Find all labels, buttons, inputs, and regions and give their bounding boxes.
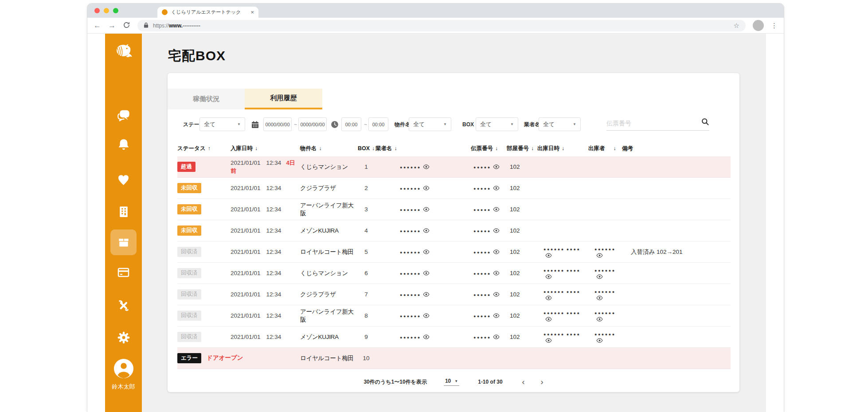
status-filter-select[interactable]: 全て▼	[199, 117, 245, 131]
user-avatar-icon[interactable]	[105, 358, 142, 379]
property-name-cell: アーバンライフ新大阪	[300, 308, 357, 324]
browser-profile-avatar[interactable]	[753, 20, 764, 31]
forward-icon[interactable]: →	[108, 22, 116, 29]
slip-masked-cell: ●●●●●	[471, 185, 507, 191]
table-row: 未回収2021/01/0112:34アーバンライフ新大阪3●●●●●●●●●●●…	[177, 199, 731, 220]
slip-number-search-input[interactable]: 伝票番号	[606, 117, 709, 131]
property-filter-select[interactable]: 全て▼	[409, 117, 451, 131]
eye-icon[interactable]	[596, 316, 603, 323]
eye-icon[interactable]	[493, 270, 500, 276]
slip-masked-cell: ●●●●●	[471, 249, 507, 255]
eye-icon[interactable]	[423, 334, 430, 340]
date-to-input[interactable]: 0000/00/00	[298, 117, 327, 131]
property-name-cell: クジラプラザ	[300, 184, 357, 192]
previous-page-icon[interactable]: ‹	[522, 378, 525, 386]
slip-masked-cell: ●●●●●	[471, 163, 507, 170]
time-to-input[interactable]: 00:00	[368, 117, 388, 131]
sidebar-item-messages-icon[interactable]	[105, 108, 142, 122]
vendor-masked-cell: ●●●●●●	[375, 312, 471, 319]
clock-icon[interactable]	[331, 117, 339, 132]
sidebar-item-delivery-box-icon[interactable]	[105, 236, 142, 249]
eye-icon[interactable]	[545, 295, 552, 301]
out-person-masked-cell: ●●●●●●	[588, 245, 622, 259]
chevron-down-icon: ▼	[237, 122, 241, 126]
eye-icon[interactable]	[545, 252, 552, 259]
status-cell: 回収済	[177, 332, 231, 342]
eye-icon[interactable]	[545, 337, 552, 344]
search-icon[interactable]	[701, 117, 709, 128]
time-from-input[interactable]: 00:00	[341, 117, 361, 131]
status-cell: 回収済	[177, 268, 231, 278]
eye-icon[interactable]	[493, 249, 500, 255]
reload-icon[interactable]	[123, 21, 130, 30]
table-row: 回収済2021/01/0112:34ロイヤルコート梅田5●●●●●●●●●●●1…	[177, 241, 731, 263]
room-number-cell: 102	[507, 185, 537, 191]
date-from-input[interactable]: 0000/00/00	[263, 117, 292, 131]
eye-icon[interactable]	[493, 206, 500, 213]
box-number-cell: 5	[357, 249, 375, 255]
page-size-select[interactable]: 10 ▼	[444, 378, 459, 386]
tab-usage-history[interactable]: 利用履歴	[245, 89, 322, 109]
eye-icon[interactable]	[596, 273, 603, 280]
eye-icon[interactable]	[423, 206, 430, 213]
eye-icon[interactable]	[493, 227, 500, 234]
sidebar-item-properties-icon[interactable]	[105, 205, 142, 219]
column-header-prop[interactable]: 物件名↓	[300, 145, 357, 152]
eye-icon[interactable]	[493, 291, 500, 298]
sidebar-item-favorites-icon[interactable]	[105, 174, 142, 187]
column-header-vendor[interactable]: 業者名↓	[375, 145, 471, 152]
eye-icon[interactable]	[493, 312, 500, 319]
eye-icon[interactable]	[423, 185, 430, 191]
eye-icon[interactable]	[423, 249, 430, 255]
time-range-tilde: ~	[364, 117, 367, 132]
browser-menu-icon[interactable]: ⋮	[771, 22, 778, 30]
eye-icon[interactable]	[423, 227, 430, 234]
column-header-room[interactable]: 部屋番号↓	[507, 145, 537, 152]
address-bar[interactable]: https://www.---------- ☆	[137, 20, 746, 31]
calendar-icon[interactable]	[251, 117, 259, 132]
sort-arrow-icon: ↓	[562, 145, 564, 152]
column-header-person[interactable]: 出庫者↓	[588, 145, 622, 152]
column-header-in[interactable]: 入庫日時↓	[231, 145, 300, 152]
eye-icon[interactable]	[423, 163, 430, 170]
eye-icon[interactable]	[493, 185, 500, 191]
eye-icon[interactable]	[423, 312, 430, 319]
sidebar-item-notifications-icon[interactable]	[105, 137, 142, 152]
site-favicon-icon	[162, 9, 168, 15]
bookmark-star-icon[interactable]: ☆	[734, 22, 739, 30]
eye-icon[interactable]	[423, 270, 430, 276]
sidebar-item-maintenance-icon[interactable]	[105, 299, 142, 312]
vendor-masked-cell: ●●●●●●	[375, 249, 471, 255]
eye-icon[interactable]	[423, 291, 430, 298]
tab-close-icon[interactable]: ×	[250, 9, 254, 16]
sidebar-item-payments-icon[interactable]	[105, 266, 142, 279]
column-header-slip[interactable]: 伝票番号↓	[471, 145, 507, 152]
vendor-filter-select[interactable]: 全て▼	[539, 117, 581, 131]
logo-whale-icon[interactable]	[105, 43, 142, 63]
close-window-button[interactable]	[94, 8, 100, 13]
box-number-cell: 4	[357, 227, 375, 234]
eye-icon[interactable]	[545, 316, 552, 323]
property-name-cell: くじらマンション	[300, 269, 357, 277]
sidebar-item-settings-icon[interactable]	[105, 330, 142, 345]
back-icon[interactable]: ←	[94, 22, 101, 29]
next-page-icon[interactable]: ›	[541, 378, 543, 386]
eye-icon[interactable]	[596, 252, 603, 259]
eye-icon[interactable]	[596, 337, 603, 344]
column-header-box[interactable]: BOX↓	[357, 145, 375, 152]
browser-tab[interactable]: くじらリアルエステートテック ×	[157, 7, 258, 18]
table-row: エラードアオープンロイヤルコート梅田10	[177, 348, 731, 369]
tab-operation-status[interactable]: 稼働状況	[168, 89, 245, 109]
in-datetime-cell: 2021/01/0112:344日前	[231, 159, 300, 175]
minimize-window-button[interactable]	[104, 8, 109, 13]
maximize-window-button[interactable]	[113, 8, 118, 13]
out-datetime-masked-cell: ●●●●●●●●●●	[537, 288, 588, 301]
column-header-status[interactable]: ステータス↑	[177, 145, 231, 152]
status-cell: 回収済	[177, 247, 231, 257]
eye-icon[interactable]	[545, 273, 552, 280]
box-filter-select[interactable]: 全て▼	[476, 117, 518, 131]
eye-icon[interactable]	[596, 295, 603, 301]
column-header-out[interactable]: 出庫日時↓	[537, 145, 588, 152]
eye-icon[interactable]	[493, 334, 500, 340]
eye-icon[interactable]	[493, 163, 500, 170]
